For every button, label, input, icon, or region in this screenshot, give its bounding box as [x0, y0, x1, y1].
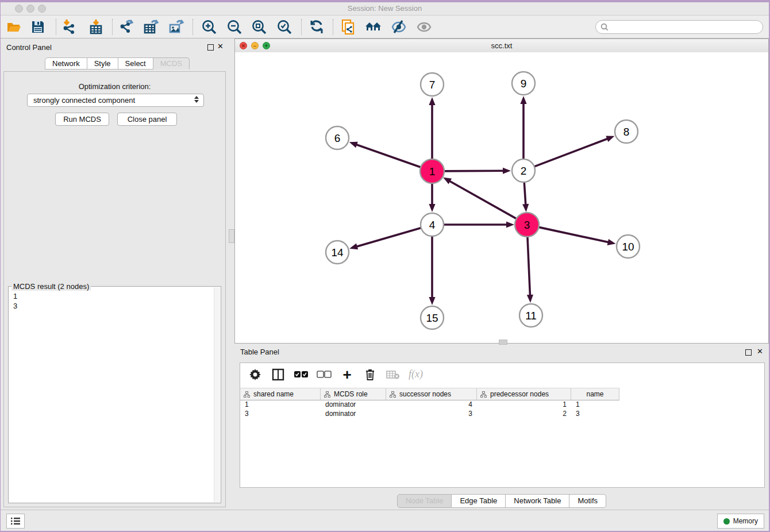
graph-edge-3-11[interactable] — [528, 234, 530, 296]
edge-arrowhead — [607, 239, 616, 245]
task-history-button[interactable] — [6, 514, 25, 529]
graph-node-2[interactable]: 2 — [512, 159, 535, 182]
toolbar-separator — [112, 19, 113, 35]
open-folder-icon[interactable] — [5, 18, 22, 36]
show-columns-icon[interactable] — [271, 367, 286, 382]
zoom-fit-icon[interactable] — [251, 18, 268, 36]
memory-button[interactable]: Memory — [717, 514, 764, 529]
graph-edge-1-6[interactable] — [355, 144, 424, 168]
panel-splitter-handle[interactable] — [229, 229, 234, 243]
column-header[interactable]: predecessor nodes — [477, 388, 571, 400]
graph-node-10[interactable]: 10 — [617, 235, 640, 258]
svg-text:6: 6 — [334, 132, 341, 144]
table-cell: 1 — [240, 400, 321, 409]
control-panel-tabs: Network Style Select MCDS — [45, 57, 190, 70]
table-float-icon[interactable] — [745, 349, 752, 356]
run-mcds-button[interactable]: Run MCDS — [55, 113, 109, 126]
table-cell: 1 — [571, 400, 619, 409]
column-header[interactable]: MCDS role — [321, 388, 386, 400]
network-window: ✕ – + scc.txt 7968124314101511 — [234, 38, 769, 344]
close-panel-icon[interactable]: ✕ — [217, 42, 224, 51]
hierarchy-icon — [480, 391, 487, 398]
tab-motifs[interactable]: Motifs — [569, 494, 606, 508]
zoom-out-icon[interactable] — [226, 18, 243, 36]
select-all-icon[interactable] — [294, 367, 309, 382]
graph-node-1[interactable]: 1 — [420, 159, 444, 183]
column-header[interactable]: shared name — [240, 388, 321, 400]
graph-node-6[interactable]: 6 — [326, 126, 349, 149]
export-network-icon[interactable] — [118, 18, 135, 36]
toolbar-separator — [333, 19, 333, 35]
svg-text:11: 11 — [525, 310, 537, 322]
tab-select[interactable]: Select — [118, 57, 153, 70]
close-panel-button[interactable]: Close panel — [117, 113, 177, 126]
tab-style[interactable]: Style — [87, 57, 118, 70]
edge-arrowhead — [349, 142, 358, 148]
tab-mcds[interactable]: MCDS — [153, 57, 190, 70]
zoom-in-icon[interactable] — [201, 18, 218, 36]
deselect-all-icon[interactable] — [317, 367, 332, 382]
criterion-dropdown[interactable]: strongly connected component — [27, 94, 204, 107]
add-column-icon[interactable]: + — [340, 367, 355, 382]
table-close-icon[interactable]: ✕ — [757, 347, 763, 356]
search-icon — [600, 23, 609, 31]
tab-network-table[interactable]: Network Table — [506, 494, 569, 508]
svg-text:15: 15 — [426, 312, 438, 324]
refresh-layout-icon[interactable] — [308, 18, 325, 36]
graph-node-11[interactable]: 11 — [519, 304, 542, 327]
main-toolbar — [1, 16, 769, 38]
edge-arrowhead — [429, 204, 435, 212]
graph-node-14[interactable]: 14 — [326, 241, 349, 264]
duplicate-network-icon[interactable] — [340, 18, 357, 36]
graph-edge-2-3[interactable] — [524, 180, 526, 206]
export-table-icon[interactable] — [143, 18, 160, 36]
table-cell: dominator — [321, 409, 386, 418]
tab-edge-table[interactable]: Edge Table — [452, 494, 506, 508]
table-cell: 2 — [477, 409, 571, 418]
edge-arrowhead — [606, 136, 614, 142]
graph-edge-3-10[interactable] — [536, 226, 610, 242]
graph-node-15[interactable]: 15 — [421, 306, 444, 329]
toggle-graphics-details-icon[interactable] — [390, 18, 407, 36]
tab-node-table[interactable]: Node Table — [397, 494, 452, 508]
table-row[interactable]: 1dominator411 — [240, 400, 764, 409]
graph-edge-1-2[interactable] — [441, 171, 505, 171]
delete-trash-icon[interactable] — [363, 367, 378, 382]
table-settings-gear-icon[interactable] — [248, 367, 263, 382]
graph-node-3[interactable]: 3 — [515, 213, 539, 237]
graph-edge-4-14[interactable] — [356, 227, 424, 246]
birds-eye-view-icon[interactable] — [415, 18, 433, 36]
mcds-result-text[interactable]: 1 3 — [13, 291, 17, 311]
table-cell: 3 — [571, 409, 619, 418]
graph-node-9[interactable]: 9 — [512, 72, 535, 95]
column-header[interactable]: name — [571, 388, 619, 400]
graph-edge-3-1[interactable] — [449, 180, 519, 220]
network-resize-grip[interactable] — [499, 340, 507, 345]
graph-node-8[interactable]: 8 — [615, 120, 638, 143]
table-tabs: Node Table Edge Table Network Table Moti… — [234, 494, 769, 508]
search-input[interactable] — [611, 22, 763, 32]
mcds-result-box: MCDS result (2 nodes) 1 3 — [8, 286, 221, 503]
table-row[interactable]: 3dominator323 — [240, 409, 764, 418]
graph-node-7[interactable]: 7 — [421, 73, 444, 96]
svg-text:3: 3 — [524, 219, 530, 231]
result-scrollbar[interactable] — [214, 287, 220, 502]
column-header[interactable]: successor nodes — [386, 388, 477, 400]
network-window-titlebar[interactable]: ✕ – + scc.txt — [235, 39, 768, 53]
home-icon[interactable] — [365, 18, 382, 36]
export-image-icon[interactable] — [168, 18, 185, 36]
svg-text:4: 4 — [429, 219, 436, 231]
zoom-selected-icon[interactable] — [276, 18, 293, 36]
graph-node-4[interactable]: 4 — [421, 213, 444, 236]
table-cell: dominator — [321, 400, 386, 409]
network-canvas[interactable]: 7968124314101511 — [235, 52, 768, 343]
tab-network[interactable]: Network — [45, 57, 87, 70]
import-network-icon[interactable] — [60, 18, 78, 36]
import-table-icon[interactable] — [87, 18, 105, 36]
edge-arrowhead — [506, 221, 514, 228]
graph-edge-2-8[interactable] — [532, 138, 609, 168]
save-icon[interactable] — [29, 18, 47, 36]
search-box[interactable] — [595, 20, 763, 34]
float-panel-icon[interactable] — [207, 44, 214, 51]
svg-text:2: 2 — [521, 165, 527, 177]
